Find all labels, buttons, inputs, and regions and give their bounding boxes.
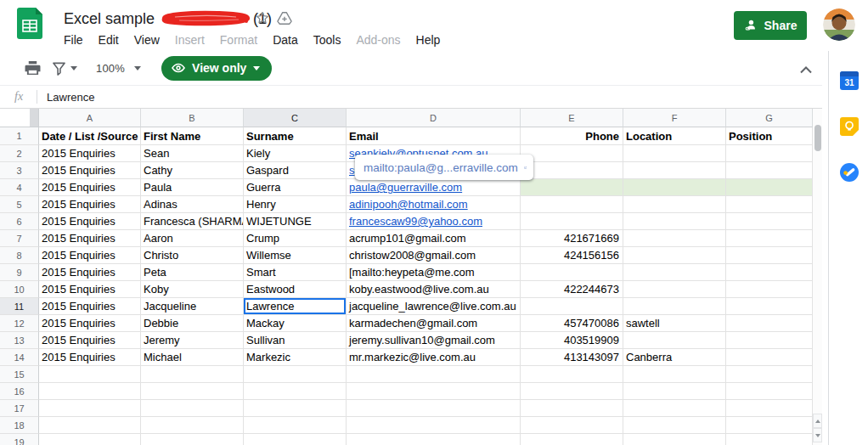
cell-B5[interactable]: Adinas xyxy=(141,196,244,213)
cell-F18[interactable] xyxy=(623,417,726,434)
cell-D14[interactable]: mr.markezic@live.com.au xyxy=(347,349,521,366)
cell-A8[interactable]: 2015 Enquiries xyxy=(39,247,141,264)
menu-help[interactable]: Help xyxy=(409,31,448,49)
row-header-5[interactable]: 5 xyxy=(0,196,39,213)
cell-E13[interactable]: 403519909 xyxy=(521,332,623,349)
formula-bar-value[interactable]: Lawrence xyxy=(47,91,94,104)
cell-B11[interactable]: Jacqueline xyxy=(141,298,244,315)
row-header-14[interactable]: 14 xyxy=(0,349,39,366)
cell-E9[interactable] xyxy=(521,264,623,281)
cell-G6[interactable] xyxy=(726,213,813,230)
cell-A5[interactable]: 2015 Enquiries xyxy=(39,196,141,213)
cell-B8[interactable]: Christo xyxy=(141,247,244,264)
cell-D11[interactable]: jacqueline_lawrence@live.com.au xyxy=(347,298,521,315)
cell-G10[interactable] xyxy=(726,281,813,298)
cell-G5[interactable] xyxy=(726,196,813,213)
tasks-icon[interactable] xyxy=(840,163,859,182)
sheets-logo-icon[interactable] xyxy=(17,8,42,39)
row-header-13[interactable]: 13 xyxy=(0,332,39,349)
cell-B3[interactable]: Cathy xyxy=(141,162,244,179)
cell-F14[interactable]: Canberra xyxy=(623,349,726,366)
cell-G19[interactable] xyxy=(726,434,813,445)
menu-edit[interactable]: Edit xyxy=(91,31,127,49)
filter-dropdown-caret[interactable] xyxy=(70,66,77,70)
cell-F17[interactable] xyxy=(623,400,726,417)
select-all-corner[interactable] xyxy=(0,109,39,127)
row-header-15[interactable]: 15 xyxy=(0,366,39,383)
cell-F5[interactable] xyxy=(623,196,726,213)
cell-E8[interactable]: 424156156 xyxy=(521,247,623,264)
star-icon[interactable] xyxy=(255,10,270,25)
cell-E15[interactable] xyxy=(521,366,623,383)
filter-icon[interactable] xyxy=(52,61,66,76)
user-avatar[interactable] xyxy=(823,8,855,41)
cell-C8[interactable]: Willemse xyxy=(244,247,347,264)
column-header-E[interactable]: E xyxy=(521,109,623,127)
cell-C7[interactable]: Crump xyxy=(244,230,347,247)
cell-D17[interactable] xyxy=(347,400,521,417)
cell-G2[interactable] xyxy=(726,145,813,162)
zoom-control[interactable]: 100% xyxy=(96,62,141,75)
cell-E1[interactable]: Phone xyxy=(521,127,623,145)
cell-E18[interactable] xyxy=(521,417,623,434)
row-header-1[interactable]: 1 xyxy=(0,127,39,145)
vertical-scrollbar[interactable] xyxy=(813,109,822,445)
cell-A11[interactable]: 2015 Enquiries xyxy=(39,298,141,315)
row-header-6[interactable]: 6 xyxy=(0,213,39,230)
cell-F12[interactable]: sawtell xyxy=(623,315,726,332)
cell-D4[interactable]: paula@guerraville.com xyxy=(347,179,521,196)
cell-A2[interactable]: 2015 Enquiries xyxy=(39,145,141,162)
cell-F13[interactable] xyxy=(623,332,726,349)
row-header-7[interactable]: 7 xyxy=(0,230,39,247)
cell-D16[interactable] xyxy=(347,383,521,400)
row-header-19[interactable]: 19 xyxy=(0,434,39,445)
row-header-2[interactable]: 2 xyxy=(0,145,39,162)
cell-E14[interactable]: 413143097 xyxy=(521,349,623,366)
scroll-down-button[interactable] xyxy=(813,428,822,442)
row-header-10[interactable]: 10 xyxy=(0,281,39,298)
cell-A3[interactable]: 2015 Enquiries xyxy=(39,162,141,179)
cell-F7[interactable] xyxy=(623,230,726,247)
cell-E19[interactable] xyxy=(521,434,623,445)
document-title[interactable]: Excel sample xyxy=(64,10,155,28)
cell-A14[interactable]: 2015 Enquiries xyxy=(39,349,141,366)
cell-F8[interactable] xyxy=(623,247,726,264)
row-header-9[interactable]: 9 xyxy=(0,264,39,281)
cell-F3[interactable] xyxy=(623,162,726,179)
cell-A16[interactable] xyxy=(39,383,141,400)
cell-C9[interactable]: Smart xyxy=(244,264,347,281)
cell-E11[interactable] xyxy=(521,298,623,315)
cell-C4[interactable]: Guerra xyxy=(244,179,347,196)
cell-E3[interactable] xyxy=(521,162,623,179)
cell-C11[interactable]: Lawrence xyxy=(244,298,347,315)
share-button[interactable]: Share xyxy=(734,11,807,40)
cell-G8[interactable] xyxy=(726,247,813,264)
cell-G9[interactable] xyxy=(726,264,813,281)
cell-A17[interactable] xyxy=(39,400,141,417)
cell-B16[interactable] xyxy=(141,383,244,400)
cell-D15[interactable] xyxy=(347,366,521,383)
cell-A4[interactable]: 2015 Enquiries xyxy=(39,179,141,196)
row-header-8[interactable]: 8 xyxy=(0,247,39,264)
cell-E16[interactable] xyxy=(521,383,623,400)
cell-C3[interactable]: Gaspard xyxy=(244,162,347,179)
menu-file[interactable]: File xyxy=(56,31,91,49)
column-header-B[interactable]: B xyxy=(141,109,244,127)
cell-A1[interactable]: Date / List /Source xyxy=(39,127,141,145)
cell-C10[interactable]: Eastwood xyxy=(244,281,347,298)
cell-G3[interactable] xyxy=(726,162,813,179)
row-header-3[interactable]: 3 xyxy=(0,162,39,179)
column-header-F[interactable]: F xyxy=(623,109,726,127)
cell-E12[interactable]: 457470086 xyxy=(521,315,623,332)
calendar-icon[interactable]: 31 xyxy=(840,71,859,90)
row-header-12[interactable]: 12 xyxy=(0,315,39,332)
cell-A13[interactable]: 2015 Enquiries xyxy=(39,332,141,349)
row-header-16[interactable]: 16 xyxy=(0,383,39,400)
cell-E10[interactable]: 422244673 xyxy=(521,281,623,298)
cell-E6[interactable] xyxy=(521,213,623,230)
column-header-G[interactable]: G xyxy=(726,109,813,127)
cell-F1[interactable]: Location xyxy=(623,127,726,145)
cell-F10[interactable] xyxy=(623,281,726,298)
cell-C6[interactable]: WIJETUNGE xyxy=(244,213,347,230)
cell-B4[interactable]: Paula xyxy=(141,179,244,196)
